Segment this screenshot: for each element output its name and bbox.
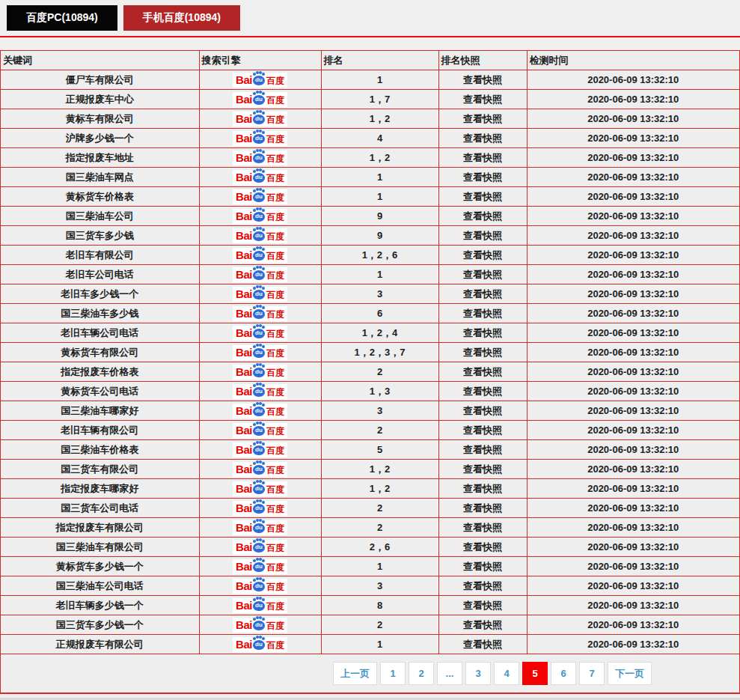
baidu-logo-du: du: [255, 155, 263, 161]
snapshot-link[interactable]: 查看快照: [463, 94, 502, 105]
snapshot-link[interactable]: 查看快照: [463, 463, 502, 475]
detect-time-cell: 2020-06-09 13:32:10: [527, 479, 739, 499]
snapshot-link[interactable]: 查看快照: [463, 152, 502, 163]
snapshot-link[interactable]: 查看快照: [463, 249, 502, 261]
baidu-logo-du: du: [255, 389, 263, 395]
engine-cell: Bai du 百度: [199, 304, 321, 323]
baidu-logo-icon: Bai du 百度: [233, 481, 287, 496]
table-row: 黄标车有限公司 Bai du 百度 1，2 查看快照 2020-06-09 13…: [1, 109, 739, 129]
snapshot-link[interactable]: 查看快照: [463, 405, 502, 416]
engine-cell: Bai du 百度: [199, 129, 321, 148]
snapshot-link[interactable]: 查看快照: [463, 269, 502, 280]
detect-time-cell: 2020-06-09 13:32:10: [527, 129, 739, 148]
snapshot-link[interactable]: 查看快照: [463, 133, 502, 144]
snapshot-link[interactable]: 查看快照: [463, 386, 502, 397]
engine-cell: Bai du 百度: [199, 323, 321, 343]
pagination-ellipsis: ...: [437, 662, 462, 685]
engine-cell: Bai du 百度: [199, 70, 321, 90]
baidu-paw-icon: du: [253, 601, 265, 611]
snapshot-link[interactable]: 查看快照: [463, 580, 502, 591]
snapshot-cell: 查看快照: [438, 284, 527, 304]
baidu-logo-du: du: [255, 291, 263, 297]
pagination-page-2[interactable]: 2: [409, 662, 434, 685]
snapshot-link[interactable]: 查看快照: [463, 502, 502, 514]
snapshot-link[interactable]: 查看快照: [463, 327, 502, 338]
snapshot-link[interactable]: 查看快照: [463, 619, 502, 630]
snapshot-link[interactable]: 查看快照: [463, 171, 502, 183]
pagination-page-6[interactable]: 6: [551, 662, 576, 685]
detect-time-cell: 2020-06-09 13:32:10: [527, 226, 739, 246]
pagination-page-4[interactable]: 4: [494, 662, 519, 685]
snapshot-link[interactable]: 查看快照: [463, 522, 502, 533]
snapshot-cell: 查看快照: [438, 362, 527, 382]
rank-cell: 1，2，6: [321, 246, 438, 265]
pagination-page-1[interactable]: 1: [380, 662, 406, 685]
table-row: 国三柴油车多少钱 Bai du 百度 6 查看快照 2020-06-09 13:…: [1, 304, 739, 323]
snapshot-link[interactable]: 查看快照: [463, 347, 502, 358]
pagination-next-button[interactable]: 下一页: [608, 662, 652, 685]
detect-time-cell: 2020-06-09 13:32:10: [527, 109, 739, 129]
baidu-paw-icon: du: [253, 484, 265, 494]
snapshot-link[interactable]: 查看快照: [463, 288, 502, 299]
baidu-logo-icon: Bai du 百度: [233, 170, 287, 185]
baidu-logo-du: du: [255, 233, 263, 239]
baidu-logo-icon: Bai du 百度: [233, 404, 287, 419]
rankings-panel: 关键词搜索引擎排名排名快照检测时间 僵尸车有限公司 Bai du 百度 1 查看…: [0, 50, 740, 694]
table-row: 老旧车公司电话 Bai du 百度 1 查看快照 2020-06-09 13:3…: [1, 265, 739, 284]
snapshot-link[interactable]: 查看快照: [463, 600, 502, 611]
snapshot-link[interactable]: 查看快照: [463, 561, 502, 572]
baidu-paw-icon: du: [253, 153, 265, 163]
baidu-logo-bai: Bai: [236, 269, 252, 280]
snapshot-link[interactable]: 查看快照: [463, 191, 502, 202]
table-row: 国三柴油车公司电话 Bai du 百度 3 查看快照 2020-06-09 13…: [1, 576, 739, 596]
keyword-cell: 黄标货车有限公司: [1, 343, 199, 362]
table-row: 老旧车有限公司 Bai du 百度 1，2，6 查看快照 2020-06-09 …: [1, 246, 739, 265]
baidu-logo-du: du: [255, 583, 263, 589]
pagination-prev-button[interactable]: 上一页: [333, 662, 377, 685]
snapshot-link[interactable]: 查看快照: [463, 483, 502, 494]
table-body: 僵尸车有限公司 Bai du 百度 1 查看快照 2020-06-09 13:3…: [1, 70, 739, 654]
baidu-logo-bai: Bai: [236, 541, 252, 553]
rank-cell: 1，2，4: [321, 323, 438, 343]
baidu-logo-cn: 百度: [266, 427, 284, 436]
baidu-logo-icon: Bai du 百度: [233, 462, 287, 477]
keyword-cell: 老旧车辆多少钱一个: [1, 596, 199, 615]
snapshot-link[interactable]: 查看快照: [463, 308, 502, 319]
snapshot-link[interactable]: 查看快照: [463, 113, 502, 124]
snapshot-link[interactable]: 查看快照: [463, 444, 502, 455]
baidu-logo-bai: Bai: [236, 386, 252, 397]
baidu-logo-icon: Bai du 百度: [233, 345, 287, 360]
snapshot-link[interactable]: 查看快照: [463, 74, 502, 85]
snapshot-link[interactable]: 查看快照: [463, 230, 502, 241]
baidu-paw-icon: du: [253, 582, 265, 591]
column-header: 关键词: [1, 51, 199, 70]
tab-baidu-pc[interactable]: 百度PC(10894): [7, 5, 117, 31]
table-row: 指定报废车地址 Bai du 百度 1，2 查看快照 2020-06-09 13…: [1, 148, 739, 168]
baidu-logo-du: du: [255, 369, 263, 375]
snapshot-link[interactable]: 查看快照: [463, 639, 502, 650]
baidu-logo-du: du: [255, 544, 263, 550]
pagination-page-7[interactable]: 7: [579, 662, 605, 685]
snapshot-link[interactable]: 查看快照: [463, 541, 502, 553]
baidu-paw-icon: du: [253, 426, 265, 436]
baidu-logo-icon: Bai du 百度: [233, 559, 287, 574]
baidu-paw-icon: du: [253, 504, 265, 514]
pagination-page-3[interactable]: 3: [465, 662, 491, 685]
baidu-paw-icon: du: [253, 445, 265, 455]
rank-cell: 1: [321, 265, 438, 284]
detect-time-cell: 2020-06-09 13:32:10: [527, 557, 739, 576]
baidu-logo-cn: 百度: [266, 641, 284, 650]
baidu-logo-icon: Bai du 百度: [233, 442, 287, 457]
baidu-logo-icon: Bai du 百度: [233, 189, 287, 204]
tab-baidu-mobile[interactable]: 手机百度(10894): [123, 5, 240, 31]
keyword-cell: 指定报废车有限公司: [1, 518, 199, 538]
baidu-logo-bai: Bai: [236, 366, 252, 377]
snapshot-link[interactable]: 查看快照: [463, 366, 502, 377]
detect-time-cell: 2020-06-09 13:32:10: [527, 362, 739, 382]
snapshot-cell: 查看快照: [438, 538, 527, 557]
snapshot-link[interactable]: 查看快照: [463, 424, 502, 436]
snapshot-link[interactable]: 查看快照: [463, 210, 502, 222]
baidu-paw-icon: du: [253, 134, 265, 144]
pagination-page-5[interactable]: 5: [522, 662, 548, 685]
engine-cell: Bai du 百度: [199, 265, 321, 284]
